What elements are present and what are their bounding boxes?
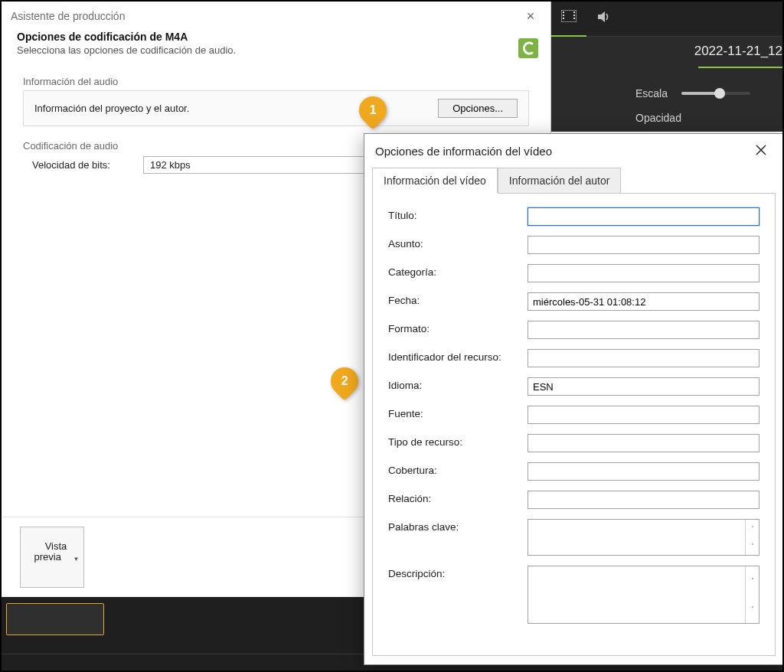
palabras-spin-up[interactable]: ˄ bbox=[746, 520, 759, 537]
close-icon: × bbox=[527, 8, 535, 24]
descripcion-listbox[interactable]: ˄ ˅ bbox=[528, 566, 760, 624]
video-tab[interactable] bbox=[551, 2, 586, 37]
slider-thumb-icon[interactable] bbox=[714, 88, 725, 99]
preview-button[interactable]: Vista previa ▼ bbox=[20, 527, 84, 588]
fecha-label: Fecha: bbox=[388, 292, 528, 306]
palabras-label: Palabras clave: bbox=[388, 519, 528, 533]
wizard-subheading: Selecciona las opciones de codificación … bbox=[17, 44, 535, 56]
svg-rect-1 bbox=[563, 11, 564, 13]
descripcion-spin-down[interactable]: ˅ bbox=[746, 595, 759, 623]
tab-author-info[interactable]: Información del autor bbox=[498, 168, 622, 194]
opacity-label: Opacidad bbox=[635, 112, 681, 124]
descripcion-spin-up[interactable]: ˄ bbox=[746, 566, 759, 595]
opacity-row: Opacidad bbox=[635, 112, 782, 124]
svg-rect-4 bbox=[573, 11, 575, 13]
audio-info-legend: Información del audio bbox=[23, 76, 529, 87]
descripcion-label: Descripción: bbox=[388, 566, 528, 579]
tab-video-info[interactable]: Información del vídeo bbox=[372, 168, 498, 194]
idioma-label: Idioma: bbox=[388, 377, 528, 391]
asunto-input[interactable] bbox=[528, 236, 760, 254]
audio-info-group: Información del audio Información del pr… bbox=[23, 76, 529, 126]
chevron-down-icon: ˅ bbox=[751, 543, 754, 550]
chevron-up-icon: ˄ bbox=[751, 577, 754, 584]
tipo-label: Tipo de recurso: bbox=[388, 434, 528, 448]
cobertura-label: Cobertura: bbox=[388, 462, 528, 476]
audio-tab[interactable] bbox=[586, 2, 622, 37]
dialog-tabs: Información del vídeo Información del au… bbox=[364, 168, 783, 194]
wizard-heading: Opciones de codificación de M4A bbox=[17, 31, 535, 43]
svg-rect-5 bbox=[573, 15, 575, 16]
wizard-close-button[interactable]: × bbox=[520, 8, 541, 24]
svg-rect-6 bbox=[573, 18, 575, 19]
svg-rect-2 bbox=[563, 15, 564, 16]
formato-label: Formato: bbox=[388, 321, 528, 334]
media-type-tabs bbox=[551, 2, 782, 37]
app-properties-panel: 2022-11-21_12 Escala Opacidad bbox=[551, 2, 782, 132]
close-icon bbox=[756, 145, 766, 158]
options-button[interactable]: Opciones... bbox=[438, 99, 518, 118]
film-icon bbox=[561, 10, 577, 26]
video-info-dialog: Opciones de información del vídeo Inform… bbox=[364, 133, 784, 665]
speaker-icon bbox=[597, 11, 611, 27]
file-tab-underline bbox=[698, 67, 782, 68]
dialog-title: Opciones de información del vídeo bbox=[375, 145, 750, 158]
wizard-title: Asistente de producción bbox=[11, 10, 520, 22]
recurso-id-label: Identificador del recurso: bbox=[388, 349, 528, 363]
chevron-up-icon: ˄ bbox=[751, 525, 754, 532]
recurso-id-input[interactable] bbox=[528, 349, 760, 367]
titulo-label: Título: bbox=[388, 207, 528, 221]
categoria-label: Categoría: bbox=[388, 264, 528, 278]
asunto-label: Asunto: bbox=[388, 236, 528, 250]
fecha-input[interactable] bbox=[528, 292, 760, 311]
timeline-clip[interactable] bbox=[6, 603, 104, 635]
wizard-titlebar: Asistente de producción × bbox=[2, 2, 550, 28]
tipo-input[interactable] bbox=[528, 434, 760, 452]
relacion-input[interactable] bbox=[528, 491, 760, 509]
chevron-down-icon: ˅ bbox=[751, 605, 754, 612]
categoria-input[interactable] bbox=[528, 264, 760, 282]
idioma-input[interactable] bbox=[528, 377, 760, 396]
dialog-close-button[interactable] bbox=[750, 142, 773, 160]
file-name: 2022-11-21_12 bbox=[694, 44, 782, 59]
scale-row: Escala bbox=[635, 87, 782, 99]
svg-marker-7 bbox=[598, 11, 605, 22]
fuente-label: Fuente: bbox=[388, 406, 528, 419]
video-info-panel: Título: Asunto: Categoría: Fecha: Format… bbox=[372, 193, 776, 656]
fuente-input[interactable] bbox=[528, 406, 760, 424]
chevron-down-icon: ▼ bbox=[73, 554, 79, 565]
bitrate-label: Velocidad de bits: bbox=[32, 159, 143, 171]
titulo-input[interactable] bbox=[528, 207, 760, 226]
palabras-spin-down[interactable]: ˅ bbox=[746, 537, 759, 555]
camtasia-logo-icon bbox=[518, 38, 538, 58]
cobertura-input[interactable] bbox=[528, 462, 760, 481]
palabras-listbox[interactable]: ˄ ˅ bbox=[528, 519, 760, 556]
scale-slider[interactable] bbox=[681, 92, 750, 95]
relacion-label: Relación: bbox=[388, 491, 528, 504]
dialog-titlebar: Opciones de información del vídeo bbox=[364, 134, 783, 168]
scale-label: Escala bbox=[635, 87, 668, 99]
formato-input[interactable] bbox=[528, 321, 760, 339]
svg-rect-3 bbox=[563, 18, 564, 19]
